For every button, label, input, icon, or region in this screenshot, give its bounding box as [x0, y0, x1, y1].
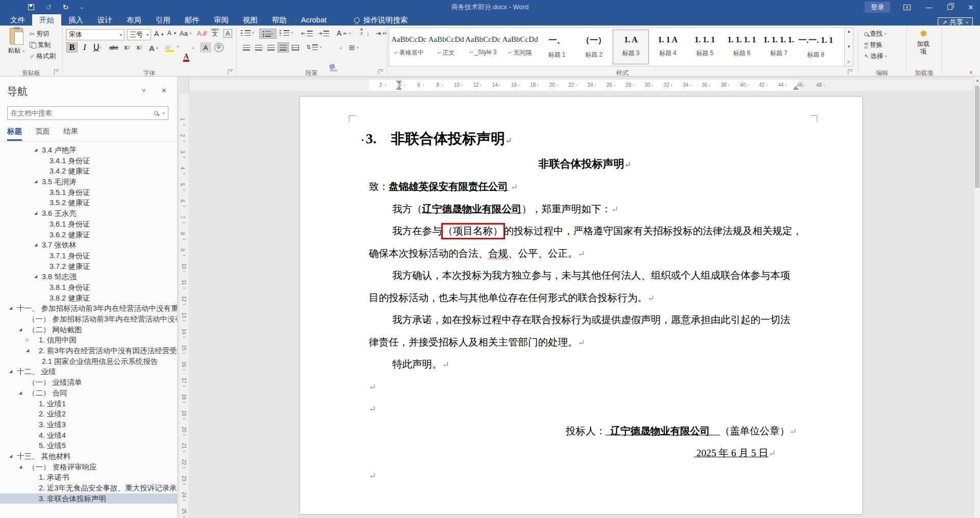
change-case-button[interactable]: Aa˅	[180, 30, 192, 37]
sort-button[interactable]: A Z	[360, 28, 363, 36]
collapse-ribbon-icon[interactable]: ∧	[969, 69, 973, 75]
expand-triangle-icon[interactable]: ▷	[26, 335, 29, 346]
collapse-triangle-icon[interactable]: ◢	[34, 272, 37, 282]
add-ins-button[interactable]: 加载项	[913, 31, 934, 56]
ribbon-tab-审阅[interactable]: 审阅	[207, 14, 236, 26]
style-item-正文[interactable]: AaBbCcDdE↵正文	[428, 30, 464, 64]
collapse-triangle-icon[interactable]: ◢	[34, 240, 37, 251]
nav-tree-item[interactable]: ◢3.6 王永亮	[0, 208, 177, 219]
align-center-button[interactable]	[253, 42, 264, 53]
nav-tree-item[interactable]: ◢3.8 邹志强	[0, 272, 177, 282]
minimize-button[interactable]: —	[924, 4, 934, 11]
scroll-thumb[interactable]	[975, 86, 979, 188]
gallery-up-icon[interactable]: ▲	[847, 29, 851, 34]
distribute-button[interactable]	[290, 42, 301, 53]
gallery-more-icon[interactable]: ⩥	[847, 60, 850, 65]
subscript-button[interactable]: x2	[121, 42, 133, 53]
nav-tree-item[interactable]: 2. 近3年无食品安全事故、重大投诉记录承诺函	[0, 483, 177, 494]
style-item-标题-6[interactable]: 1. 1. 1. 1标题 6	[724, 30, 760, 64]
close-button[interactable]: ✕	[966, 4, 976, 11]
hanging-indent-marker[interactable]	[396, 86, 402, 90]
collapse-triangle-icon[interactable]: ◢	[26, 346, 29, 356]
nav-tree-item[interactable]: ▷1. 信用中国	[0, 335, 177, 346]
bold-button[interactable]: B	[66, 42, 78, 53]
ribbon-tab-Acrobat[interactable]: Acrobat	[294, 14, 334, 26]
character-border-button[interactable]: A	[223, 29, 232, 38]
nav-tree-item[interactable]: 3.7.1 身份证	[0, 251, 177, 261]
shrink-font-button[interactable]: A▼	[167, 30, 177, 37]
replace-button[interactable]: abac 替换	[864, 41, 883, 50]
copy-button[interactable]: 复制	[30, 41, 51, 50]
restore-button[interactable]	[947, 5, 952, 10]
numbering-button[interactable]: ˅	[259, 29, 277, 39]
nav-tree-item[interactable]: ◢3.4 卢艳萍	[0, 145, 177, 156]
collapse-triangle-icon[interactable]: ◢	[9, 451, 12, 462]
font-size-combo[interactable]: 三号▾	[127, 29, 151, 40]
enclose-characters-button[interactable]: 字	[214, 43, 223, 52]
nav-tree-item[interactable]: ◢2. 前3年内在经营活动中没有因违法经营受到...	[0, 346, 177, 356]
multilevel-list-button[interactable]: ˅	[280, 30, 293, 36]
line-spacing-button[interactable]: ⇅˅	[306, 44, 322, 51]
sign-in-button[interactable]: 登录	[865, 2, 890, 13]
increase-indent-button[interactable]: ⇥	[317, 30, 329, 37]
nav-tree-item[interactable]: 3.6.2 健康证	[0, 230, 177, 240]
nav-tree-item[interactable]: 3. 非联合体投标声明	[0, 494, 177, 504]
navigation-options-icon[interactable]: ˅	[142, 87, 146, 94]
nav-tree-item[interactable]: ◢十一、 参加招标活动前3年内在经营活动中没有重...	[0, 303, 177, 314]
select-button[interactable]: ↖ 选择˅	[864, 52, 887, 61]
superscript-button[interactable]: x2	[134, 42, 145, 53]
clear-formatting-button[interactable]: A	[197, 30, 207, 37]
nav-tree-item[interactable]: 2.1 国家企业信用信息公示系统报告	[0, 356, 177, 367]
collapse-triangle-icon[interactable]: ◢	[19, 462, 22, 473]
nav-tree-item[interactable]: ◢3.5 毛润涛	[0, 177, 177, 187]
nav-tree-item[interactable]: ◢（二） 网站截图	[0, 325, 177, 335]
ribbon-tab-设计[interactable]: 设计	[90, 14, 119, 26]
tell-me-search[interactable]: 操作说明搜索	[347, 14, 415, 26]
nav-tree-item[interactable]: 1. 业绩1	[0, 399, 177, 409]
document-content[interactable]: ▪3. 非联合体投标声明↵非联合体投标声明↵致：盘锦雄英保安有限责任公司 ↵我方…	[369, 129, 801, 486]
character-shading-button[interactable]: A	[200, 42, 211, 53]
style-item-标题-5[interactable]: 1. 1. 1标题 5	[687, 30, 723, 64]
nav-tab-结果[interactable]: 结果	[63, 127, 78, 141]
search-input[interactable]	[11, 109, 154, 117]
asian-layout-button[interactable]: A↞˅	[337, 29, 351, 37]
style-item-_Style-3[interactable]: AaBbCcDc↵_Style 3	[465, 30, 501, 64]
format-painter-button[interactable]: ✐ 格式刷	[30, 52, 56, 61]
nav-tree-item[interactable]: （一） 业绩清单	[0, 377, 177, 388]
search-icon[interactable]	[154, 111, 158, 115]
nav-tree-item[interactable]: ◢（一） 资格评审响应	[0, 462, 177, 473]
nav-tree-item[interactable]: 3.4.2 健康证	[0, 166, 177, 177]
nav-tree-item[interactable]: 4. 业绩4	[0, 430, 177, 441]
nav-tree-item[interactable]: 5. 业绩5	[0, 440, 177, 451]
ribbon-tab-帮助[interactable]: 帮助	[265, 14, 294, 26]
font-name-combo[interactable]: 宋体▾	[66, 29, 124, 40]
nav-tree-item[interactable]: ◢十二、 业绩	[0, 366, 177, 377]
justify-button[interactable]	[278, 42, 289, 53]
document-page[interactable]: ▪3. 非联合体投标声明↵非联合体投标声明↵致：盘锦雄英保安有限责任公司 ↵我方…	[300, 97, 862, 514]
nav-tree-item[interactable]: （一） 参加招标活动前3年内在经营活动中没有...	[0, 314, 177, 325]
vertical-scrollbar[interactable]: ▲	[973, 77, 980, 518]
nav-tree-item[interactable]: ◢3.7 张铁林	[0, 240, 177, 251]
style-item-标题-1[interactable]: 一、标题 1	[539, 30, 575, 64]
strikethrough-button[interactable]: abc	[108, 42, 119, 53]
style-item-标题-4[interactable]: 1. 1 A标题 4	[650, 30, 686, 64]
nav-tree-item[interactable]: 3.6.1 身份证	[0, 219, 177, 230]
decrease-indent-button[interactable]: ⇤	[301, 30, 313, 37]
cut-button[interactable]: ✂ 剪切	[30, 30, 49, 38]
clipboard-dialog-launcher-icon[interactable]	[54, 69, 59, 75]
nav-tree-item[interactable]: 1. 承诺书	[0, 472, 177, 483]
italic-button[interactable]: I	[79, 42, 90, 53]
ribbon-tab-插入[interactable]: 插入	[61, 14, 90, 26]
ribbon-tab-视图[interactable]: 视图	[236, 14, 265, 26]
nav-tab-页面[interactable]: 页面	[35, 127, 50, 141]
nav-tree-item[interactable]: ◢（二） 合同	[0, 388, 177, 399]
style-item-标题-7[interactable]: 1. 1. 1. 1.标题 7	[761, 30, 797, 64]
nav-tree-item[interactable]: ◢十三、 其他材料	[0, 451, 177, 462]
bullets-button[interactable]: ˅	[241, 30, 255, 36]
font-dialog-launcher-icon[interactable]	[228, 69, 233, 75]
gallery-down-icon[interactable]: ▼	[847, 44, 851, 49]
phonetic-guide-button[interactable]: wén 文	[211, 28, 219, 36]
first-line-indent-marker[interactable]	[396, 81, 402, 85]
collapse-triangle-icon[interactable]: ◢	[9, 303, 12, 314]
ribbon-tab-引用[interactable]: 引用	[148, 14, 178, 26]
